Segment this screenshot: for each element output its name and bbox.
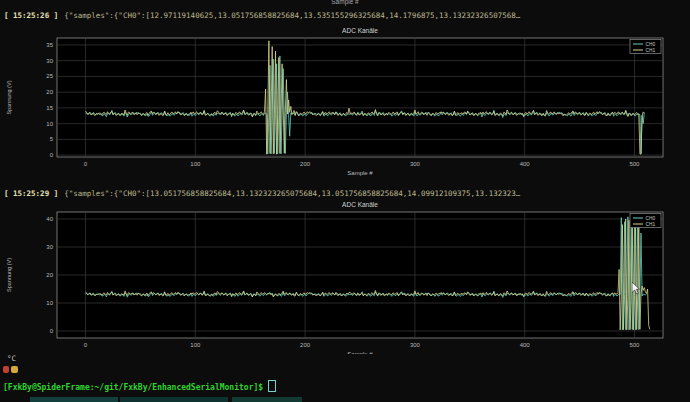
cutoff-status-bar [0,397,690,402]
yellow-marker-icon [11,366,18,373]
svg-text:15: 15 [46,105,53,111]
chart-2-svg: 0102030400100200300400500ADC KanäleSpann… [0,202,690,354]
log-timestamp: [ 15:25:26 ] [4,11,58,20]
log-json-text: {"samples":{"CH0":[13.051756858825684,13… [64,189,520,198]
shell-prompt: [FxkBy@SpiderFrame:~/git/FxkBy/EnhancedS… [3,380,276,392]
svg-text:100: 100 [190,342,201,348]
svg-text:20: 20 [46,272,53,278]
mouse-pointer-icon [632,282,642,295]
red-marker-icon [3,366,9,373]
svg-text:CH0: CH0 [646,42,656,47]
svg-text:Spannung (V): Spannung (V) [6,258,12,292]
status-bar-segment [120,397,228,402]
svg-text:CH1: CH1 [646,48,656,53]
log-timestamp: [ 15:25:29 ] [4,189,58,198]
status-icons [3,366,20,374]
svg-text:0: 0 [50,152,54,158]
svg-text:CH0: CH0 [646,216,656,221]
svg-text:400: 400 [520,342,531,348]
svg-text:CH1: CH1 [646,222,656,227]
svg-text:Spannung (V): Spannung (V) [6,80,12,114]
svg-text:20: 20 [46,89,53,95]
temperature-unit-label: °C [7,354,16,363]
log-line: [ 15:25:26 ]{"samples":{"CH0":[12.971191… [4,11,520,20]
svg-text:200: 200 [300,342,311,348]
svg-text:ADC Kanäle: ADC Kanäle [342,202,378,208]
status-bar-segment [30,397,118,402]
svg-text:35: 35 [46,42,53,48]
terminal-cursor[interactable] [268,380,276,392]
svg-text:200: 200 [300,161,311,167]
svg-text:500: 500 [629,342,640,348]
prompt-text: [FxkBy@SpiderFrame:~/git/FxkBy/EnhancedS… [3,383,263,392]
previous-chart-xlabel-partial: Sample # [0,0,690,5]
svg-text:300: 300 [410,342,421,348]
svg-text:300: 300 [410,161,421,167]
svg-text:ADC Kanäle: ADC Kanäle [342,27,378,34]
svg-text:10: 10 [46,121,53,127]
svg-text:30: 30 [46,244,53,250]
svg-text:5: 5 [50,136,54,142]
svg-text:25: 25 [46,73,53,79]
svg-text:Sample #: Sample # [347,351,373,354]
log-json-text: {"samples":{"CH0":[12.97119140625,13.051… [64,11,520,20]
log-line: [ 15:25:29 ]{"samples":{"CH0":[13.051756… [4,189,520,198]
svg-text:Sample #: Sample # [347,170,373,176]
svg-text:0: 0 [50,328,54,334]
svg-text:40: 40 [46,216,53,222]
chart-1-svg: 051015202530350100200300400500ADC Kanäle… [0,24,690,178]
svg-text:10: 10 [46,300,53,306]
svg-text:400: 400 [520,161,531,167]
svg-text:0: 0 [84,161,88,167]
svg-text:500: 500 [629,161,640,167]
status-bar-segment [232,397,302,402]
svg-text:30: 30 [46,58,53,64]
svg-text:100: 100 [190,161,201,167]
svg-text:0: 0 [84,342,88,348]
